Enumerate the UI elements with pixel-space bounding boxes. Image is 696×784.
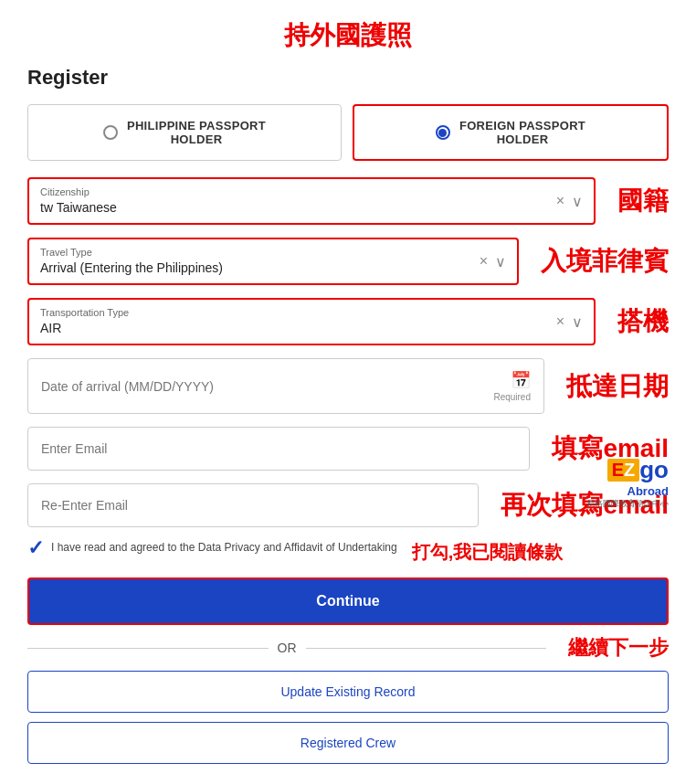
checkbox-annotation: 打勾,我已閱讀條款 [412, 540, 564, 565]
continue-button[interactable]: Continue [27, 577, 669, 625]
or-text: OR [278, 641, 297, 655]
checkbox-row: ✓ I have read and agreed to the Data Pri… [27, 540, 669, 565]
logo-ez-e: E [612, 460, 624, 480]
re-email-field [27, 483, 479, 527]
travel-type-group: Travel Type Arrival (Entering the Philip… [27, 238, 669, 285]
citizenship-annotation: 國籍 [617, 184, 669, 218]
philippine-passport-label: PHILIPPINE PASSPORTHOLDER [127, 119, 266, 146]
transport-type-dropdown[interactable]: Transportation Type AIR × ∨ [27, 298, 596, 345]
clear-icon[interactable]: × [556, 193, 564, 209]
or-container: OR 繼續下一步 [27, 634, 669, 662]
philippine-radio[interactable] [103, 125, 118, 140]
travel-type-annotation: 入境菲律賓 [541, 244, 669, 279]
transport-type-label: Transportation Type [40, 307, 556, 318]
transport-label-value: Transportation Type AIR [40, 307, 556, 336]
email-field [27, 427, 530, 471]
citizenship-dropdown[interactable]: Citizenship tw Taiwanese × ∨ [27, 177, 596, 225]
travel-type-value: Arrival (Entering the Philippines) [40, 260, 223, 275]
re-email-group: 再次填寫email [27, 483, 669, 540]
travel-type-label-value: Travel Type Arrival (Entering the Philip… [40, 247, 480, 276]
citizenship-value: tw Taiwanese [40, 200, 117, 215]
re-email-section: 再次填寫email EZ go Abroad 易格國際教育諮詢中心 [27, 483, 669, 540]
logo-ez-z: Z [624, 460, 635, 480]
continue-row: Continue [27, 577, 669, 634]
logo-sub: 易格國際教育諮詢中心 [586, 498, 669, 510]
date-arrival-input[interactable] [41, 379, 493, 394]
or-line-left [27, 648, 269, 649]
foreign-radio[interactable] [436, 125, 450, 140]
transport-type-icons: × ∨ [556, 313, 583, 331]
chevron-down-icon[interactable]: ∨ [495, 253, 506, 270]
logo-go: go [639, 456, 669, 484]
travel-type-icons: × ∨ [480, 253, 506, 270]
passport-options-row: PHILIPPINE PASSPORTHOLDER FOREIGN PASSPO… [27, 104, 669, 161]
clear-icon[interactable]: × [556, 313, 564, 330]
continue-annotation: 繼續下一步 [568, 634, 669, 662]
citizenship-label-value: Citizenship tw Taiwanese [40, 186, 556, 216]
email-input[interactable] [41, 441, 516, 456]
checkbox-label: I have read and agreed to the Data Priva… [51, 540, 397, 556]
citizenship-label: Citizenship [40, 186, 556, 197]
chevron-down-icon[interactable]: ∨ [572, 193, 583, 210]
date-arrival-group: 📅 Required 抵達日期 [27, 358, 669, 427]
logo-ez: EZ [607, 459, 640, 482]
email-group: 填寫email [27, 427, 669, 483]
calendar-icon: 📅 [511, 370, 531, 390]
foreign-passport-label: FOREIGN PASSPORTHOLDER [459, 119, 585, 146]
foreign-passport-option[interactable]: FOREIGN PASSPORTHOLDER [353, 104, 669, 161]
top-annotation: 持外國護照 [27, 18, 669, 53]
transport-type-annotation: 搭機 [617, 304, 669, 339]
philippine-passport-option[interactable]: PHILIPPINE PASSPORTHOLDER [27, 104, 342, 161]
date-arrival-field: 📅 Required [27, 358, 544, 414]
transport-type-value: AIR [40, 321, 61, 335]
clear-icon[interactable]: × [480, 253, 488, 270]
chevron-down-icon[interactable]: ∨ [572, 313, 583, 331]
date-arrival-annotation: 抵達日期 [566, 369, 669, 404]
logo-watermark: EZ go Abroad 易格國際教育諮詢中心 [586, 456, 669, 510]
transport-type-group: Transportation Type AIR × ∨ 搭機 [27, 298, 669, 345]
date-field-right: 📅 Required [493, 370, 531, 402]
logo-abroad: Abroad [586, 484, 669, 498]
page-title: Register [27, 66, 669, 90]
registered-crew-button[interactable]: Registered Crew [27, 722, 669, 764]
update-existing-button[interactable]: Update Existing Record [27, 671, 669, 713]
travel-type-label: Travel Type [40, 247, 480, 258]
re-email-input[interactable] [41, 498, 465, 513]
citizenship-group: Citizenship tw Taiwanese × ∨ 國籍 [27, 177, 669, 225]
or-line-right [306, 648, 547, 649]
checkmark-icon[interactable]: ✓ [27, 538, 44, 558]
required-label: Required [493, 392, 531, 402]
travel-type-dropdown[interactable]: Travel Type Arrival (Entering the Philip… [27, 238, 519, 285]
citizenship-icons: × ∨ [556, 193, 583, 210]
